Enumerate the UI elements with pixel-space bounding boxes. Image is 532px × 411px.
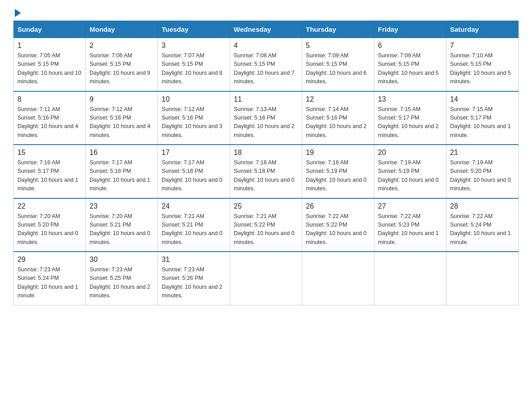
day-info: Sunrise: 7:14 AMSunset: 5:16 PMDaylight:… <box>306 106 367 138</box>
day-number: 3 <box>162 42 226 50</box>
day-info: Sunrise: 7:12 AMSunset: 5:16 PMDaylight:… <box>90 106 150 138</box>
calendar-cell: 5 Sunrise: 7:09 AMSunset: 5:15 PMDayligh… <box>302 38 374 91</box>
calendar-week-2: 8 Sunrise: 7:11 AMSunset: 5:16 PMDayligh… <box>14 91 519 145</box>
calendar-cell: 31 Sunrise: 7:23 AMSunset: 5:26 PMDaylig… <box>158 252 230 305</box>
day-info: Sunrise: 7:11 AMSunset: 5:16 PMDaylight:… <box>17 106 78 138</box>
day-info: Sunrise: 7:23 AMSunset: 5:26 PMDaylight:… <box>162 266 223 299</box>
day-info: Sunrise: 7:21 AMSunset: 5:21 PMDaylight:… <box>162 213 223 245</box>
calendar-week-1: 1 Sunrise: 7:05 AMSunset: 5:15 PMDayligh… <box>14 38 519 91</box>
calendar-cell: 25 Sunrise: 7:21 AMSunset: 5:22 PMDaylig… <box>230 198 302 252</box>
day-info: Sunrise: 7:17 AMSunset: 5:18 PMDaylight:… <box>90 159 150 192</box>
day-number: 27 <box>378 202 442 210</box>
calendar-cell: 14 Sunrise: 7:15 AMSunset: 5:17 PMDaylig… <box>446 91 519 145</box>
calendar-cell: 24 Sunrise: 7:21 AMSunset: 5:21 PMDaylig… <box>158 198 230 252</box>
day-info: Sunrise: 7:09 AMSunset: 5:15 PMDaylight:… <box>306 52 367 85</box>
day-number: 31 <box>162 256 226 264</box>
day-info: Sunrise: 7:07 AMSunset: 5:15 PMDaylight:… <box>162 52 223 85</box>
calendar-cell: 28 Sunrise: 7:22 AMSunset: 5:24 PMDaylig… <box>446 198 519 252</box>
day-info: Sunrise: 7:18 AMSunset: 5:19 PMDaylight:… <box>306 159 367 192</box>
calendar-cell: 13 Sunrise: 7:15 AMSunset: 5:17 PMDaylig… <box>374 91 446 145</box>
day-number: 4 <box>234 42 298 50</box>
calendar-cell <box>230 252 302 305</box>
day-number: 5 <box>306 42 370 50</box>
calendar-cell: 8 Sunrise: 7:11 AMSunset: 5:16 PMDayligh… <box>14 91 86 145</box>
logo-arrow-icon <box>15 9 21 17</box>
day-number: 6 <box>378 42 442 50</box>
day-number: 7 <box>450 42 515 50</box>
calendar-cell: 19 Sunrise: 7:18 AMSunset: 5:19 PMDaylig… <box>302 145 374 198</box>
day-number: 14 <box>450 95 515 103</box>
day-info: Sunrise: 7:22 AMSunset: 5:22 PMDaylight:… <box>306 213 367 245</box>
day-info: Sunrise: 7:20 AMSunset: 5:21 PMDaylight:… <box>90 213 150 245</box>
day-number: 11 <box>234 95 298 103</box>
day-number: 30 <box>90 256 154 264</box>
day-number: 16 <box>90 149 154 157</box>
day-info: Sunrise: 7:17 AMSunset: 5:18 PMDaylight:… <box>162 159 223 192</box>
day-number: 12 <box>306 95 370 103</box>
day-number: 29 <box>17 256 82 264</box>
calendar-table: SundayMondayTuesdayWednesdayThursdayFrid… <box>13 21 519 305</box>
calendar-cell: 2 Sunrise: 7:06 AMSunset: 5:15 PMDayligh… <box>86 38 158 91</box>
day-number: 1 <box>17 42 82 50</box>
day-number: 25 <box>234 202 298 210</box>
calendar-header: SundayMondayTuesdayWednesdayThursdayFrid… <box>14 21 519 38</box>
day-number: 18 <box>234 149 298 157</box>
day-number: 28 <box>450 202 515 210</box>
day-info: Sunrise: 7:22 AMSunset: 5:24 PMDaylight:… <box>450 213 511 245</box>
day-number: 26 <box>306 202 370 210</box>
calendar-cell: 11 Sunrise: 7:13 AMSunset: 5:16 PMDaylig… <box>230 91 302 145</box>
calendar-cell: 20 Sunrise: 7:19 AMSunset: 5:19 PMDaylig… <box>374 145 446 198</box>
day-info: Sunrise: 7:23 AMSunset: 5:24 PMDaylight:… <box>17 266 78 299</box>
day-info: Sunrise: 7:13 AMSunset: 5:16 PMDaylight:… <box>234 106 295 138</box>
calendar-cell: 7 Sunrise: 7:10 AMSunset: 5:15 PMDayligh… <box>446 38 519 91</box>
day-number: 13 <box>378 95 442 103</box>
calendar-cell: 18 Sunrise: 7:18 AMSunset: 5:18 PMDaylig… <box>230 145 302 198</box>
calendar-cell: 9 Sunrise: 7:12 AMSunset: 5:16 PMDayligh… <box>86 91 158 145</box>
calendar-cell: 17 Sunrise: 7:17 AMSunset: 5:18 PMDaylig… <box>158 145 230 198</box>
day-info: Sunrise: 7:08 AMSunset: 5:15 PMDaylight:… <box>234 52 295 85</box>
day-info: Sunrise: 7:19 AMSunset: 5:20 PMDaylight:… <box>450 159 511 192</box>
calendar-cell <box>374 252 446 305</box>
day-info: Sunrise: 7:18 AMSunset: 5:18 PMDaylight:… <box>234 159 295 192</box>
day-number: 15 <box>17 149 82 157</box>
calendar-cell: 12 Sunrise: 7:14 AMSunset: 5:16 PMDaylig… <box>302 91 374 145</box>
day-number: 19 <box>306 149 370 157</box>
calendar-cell: 15 Sunrise: 7:16 AMSunset: 5:17 PMDaylig… <box>14 145 86 198</box>
day-number: 24 <box>162 202 226 210</box>
calendar-week-4: 22 Sunrise: 7:20 AMSunset: 5:20 PMDaylig… <box>14 198 519 252</box>
day-number: 10 <box>162 95 226 103</box>
day-header-saturday: Saturday <box>446 21 519 38</box>
day-info: Sunrise: 7:23 AMSunset: 5:25 PMDaylight:… <box>90 266 150 299</box>
day-number: 22 <box>17 202 82 210</box>
calendar-cell <box>302 252 374 305</box>
calendar-cell: 10 Sunrise: 7:12 AMSunset: 5:16 PMDaylig… <box>158 91 230 145</box>
calendar-cell: 21 Sunrise: 7:19 AMSunset: 5:20 PMDaylig… <box>446 145 519 198</box>
day-info: Sunrise: 7:22 AMSunset: 5:23 PMDaylight:… <box>378 213 439 245</box>
day-number: 20 <box>378 149 442 157</box>
calendar-cell: 26 Sunrise: 7:22 AMSunset: 5:22 PMDaylig… <box>302 198 374 252</box>
day-number: 23 <box>90 202 154 210</box>
day-info: Sunrise: 7:16 AMSunset: 5:17 PMDaylight:… <box>17 159 78 192</box>
day-number: 21 <box>450 149 515 157</box>
page-header <box>13 9 519 16</box>
day-info: Sunrise: 7:19 AMSunset: 5:19 PMDaylight:… <box>378 159 439 192</box>
calendar-cell: 6 Sunrise: 7:09 AMSunset: 5:15 PMDayligh… <box>374 38 446 91</box>
day-info: Sunrise: 7:21 AMSunset: 5:22 PMDaylight:… <box>234 213 295 245</box>
calendar-cell: 16 Sunrise: 7:17 AMSunset: 5:18 PMDaylig… <box>86 145 158 198</box>
calendar-cell: 29 Sunrise: 7:23 AMSunset: 5:24 PMDaylig… <box>14 252 86 305</box>
calendar-cell: 3 Sunrise: 7:07 AMSunset: 5:15 PMDayligh… <box>158 38 230 91</box>
day-number: 9 <box>90 95 154 103</box>
day-header-sunday: Sunday <box>14 21 86 38</box>
calendar-cell: 1 Sunrise: 7:05 AMSunset: 5:15 PMDayligh… <box>14 38 86 91</box>
calendar-cell: 22 Sunrise: 7:20 AMSunset: 5:20 PMDaylig… <box>14 198 86 252</box>
day-info: Sunrise: 7:20 AMSunset: 5:20 PMDaylight:… <box>17 213 78 245</box>
day-number: 17 <box>162 149 226 157</box>
day-header-friday: Friday <box>374 21 446 38</box>
day-header-wednesday: Wednesday <box>230 21 302 38</box>
day-header-monday: Monday <box>86 21 158 38</box>
day-info: Sunrise: 7:12 AMSunset: 5:16 PMDaylight:… <box>162 106 223 138</box>
day-number: 2 <box>90 42 154 50</box>
calendar-week-5: 29 Sunrise: 7:23 AMSunset: 5:24 PMDaylig… <box>14 252 519 305</box>
calendar-cell: 23 Sunrise: 7:20 AMSunset: 5:21 PMDaylig… <box>86 198 158 252</box>
calendar-cell: 4 Sunrise: 7:08 AMSunset: 5:15 PMDayligh… <box>230 38 302 91</box>
